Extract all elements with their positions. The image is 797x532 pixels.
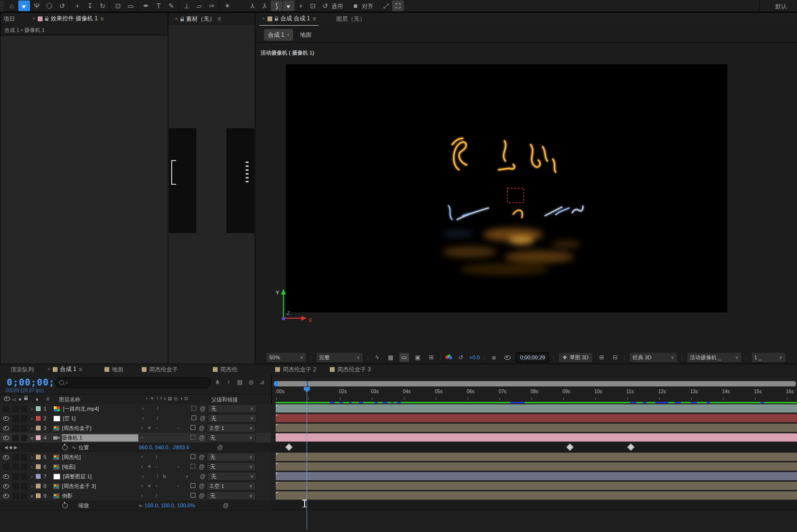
property-row-位置[interactable]: ◀◆▶∿位置960.0, 540.0, -2893.6@ xyxy=(0,443,271,453)
workspace-selector[interactable]: 默认 xyxy=(775,2,787,11)
renderer-select[interactable]: 经典 3D∨ xyxy=(629,352,678,363)
lasso-tool[interactable]: ⟆ xyxy=(271,0,282,11)
gizmo-scale[interactable]: ⤢ xyxy=(380,0,392,11)
eye-icon[interactable] xyxy=(3,474,9,479)
lock-icon[interactable] xyxy=(45,18,48,21)
track-row-8[interactable] xyxy=(271,481,797,491)
ground-plane-icon[interactable]: ⊞ xyxy=(597,353,606,362)
parent-select[interactable]: 2.空 1∨ xyxy=(207,424,256,432)
rect-tool[interactable]: ▭ xyxy=(125,0,136,11)
timeline-tab-周杰伦盒子[interactable]: 周杰伦盒子 xyxy=(138,364,182,375)
timeline-tab-合成 1[interactable]: ×合成 1≡ xyxy=(44,364,86,375)
layer-row-9[interactable]: ∨9倒影♀/@无∨ xyxy=(0,491,271,501)
panel-menu-icon[interactable]: ≡ xyxy=(100,15,103,22)
mask-visibility-icon[interactable]: ▣ xyxy=(413,353,423,362)
track-row-4[interactable] xyxy=(271,433,797,443)
pick-whip-icon[interactable]: @ xyxy=(200,405,206,412)
panel-menu-icon[interactable]: ≡ xyxy=(312,15,316,22)
roto-brush-tool[interactable]: ✑ xyxy=(206,0,218,11)
brush-tool[interactable]: ✎ xyxy=(165,0,177,11)
fast-preview-icon[interactable]: ϟ xyxy=(372,353,382,362)
panel-gripper-icon[interactable] xyxy=(246,161,249,182)
layer-name[interactable]: [周杰伦] xyxy=(62,454,138,461)
lock-icon[interactable] xyxy=(275,18,278,21)
pick-whip-icon[interactable]: @ xyxy=(217,444,223,451)
frame-blend-icon[interactable]: ▤ xyxy=(235,378,245,386)
parent-select[interactable]: 无∨ xyxy=(207,414,257,423)
layer-name[interactable]: [空 1] xyxy=(63,415,139,422)
preview-timecode[interactable]: 0;00;00;29 xyxy=(516,352,549,363)
breadcrumb-comp-button[interactable]: 合成 1 ‹ xyxy=(264,29,293,41)
expander-icon[interactable]: › xyxy=(28,426,36,431)
eye-icon[interactable] xyxy=(3,484,9,488)
layer-row-6[interactable]: ›6[地面]♀✳−−@无∨ xyxy=(0,462,271,472)
col-audio-icon[interactable]: ◅ xyxy=(12,396,15,402)
parent-select[interactable]: 无∨ xyxy=(207,453,256,461)
puppet-advanced-pin[interactable]: ⅄ xyxy=(247,0,258,11)
camera-wireframe-icon[interactable]: ⊞ xyxy=(427,353,436,362)
eye-icon[interactable] xyxy=(3,436,9,440)
keyframe-diamond[interactable] xyxy=(627,443,635,451)
label-chip[interactable] xyxy=(36,406,41,411)
keyframe-diamond[interactable] xyxy=(566,443,574,451)
layer-name[interactable]: [一路向北.mp4] xyxy=(63,405,139,413)
layer-name[interactable]: [调整图层 1] xyxy=(63,473,139,480)
col-label-icon[interactable]: ⬧ xyxy=(36,396,38,402)
snapshot-icon[interactable]: ⧇ xyxy=(489,353,499,362)
eye-icon[interactable] xyxy=(3,455,9,459)
stopwatch-icon[interactable] xyxy=(62,503,68,508)
expander-icon[interactable]: ∨ xyxy=(28,493,36,499)
timeline-tab-地面[interactable]: 地面 xyxy=(101,364,127,375)
layer-name[interactable]: [周杰伦盒子] xyxy=(62,425,138,432)
parent-select[interactable]: 2.空 1∨ xyxy=(207,482,256,490)
col-video-icon[interactable] xyxy=(4,397,10,401)
pick-whip-icon[interactable]: @ xyxy=(199,483,205,489)
eye-icon[interactable] xyxy=(3,494,9,498)
text-tool[interactable]: T xyxy=(153,0,164,11)
layer-name[interactable]: [周杰伦盒子 3] xyxy=(62,483,138,490)
col-index[interactable]: # xyxy=(46,396,49,402)
expander-icon[interactable]: › xyxy=(28,474,36,479)
puppet-pin-tool[interactable]: ✶ xyxy=(221,0,233,11)
timeline-tab-周杰伦盒子 2[interactable]: 周杰伦盒子 2 xyxy=(271,364,320,375)
close-icon[interactable]: × xyxy=(175,16,178,22)
pan-camera-tool[interactable]: + xyxy=(72,0,83,11)
label-chip[interactable] xyxy=(36,493,41,498)
label-chip[interactable] xyxy=(36,416,41,421)
panel-menu-icon[interactable]: ≡ xyxy=(79,366,82,373)
gizmo-position[interactable]: + xyxy=(295,0,307,11)
track-row-5[interactable] xyxy=(271,452,797,462)
pick-whip-icon[interactable]: @ xyxy=(223,502,229,509)
label-chip[interactable] xyxy=(36,464,41,469)
parent-select[interactable]: 无∨ xyxy=(207,404,257,413)
timeline-navigator[interactable] xyxy=(274,381,796,386)
property-name[interactable]: 缩放 xyxy=(78,502,139,509)
label-chip[interactable] xyxy=(36,426,41,430)
pick-whip-icon[interactable]: @ xyxy=(199,425,205,431)
col-layer-name[interactable]: 图层名称 xyxy=(59,396,80,403)
gizmo-anchor[interactable]: ⊡ xyxy=(307,0,319,11)
pick-whip-icon[interactable]: @ xyxy=(200,415,206,422)
channel-icon[interactable] xyxy=(445,355,452,360)
dolly-camera-tool[interactable]: ↧ xyxy=(84,0,96,11)
rotate-tool[interactable]: ↻ xyxy=(97,0,108,11)
close-icon[interactable]: × xyxy=(32,16,35,21)
panel-menu-icon[interactable]: ≡ xyxy=(218,15,221,22)
property-row-缩放[interactable]: 缩放∞100.0, 100.0, 100.0%@ xyxy=(0,501,271,511)
lock-icon[interactable] xyxy=(180,19,184,21)
track-row-1[interactable] xyxy=(271,404,797,414)
col-switches[interactable]: ♀✳∖fx▤◎◑⊡ xyxy=(145,396,190,401)
stopwatch-icon[interactable] xyxy=(62,445,68,450)
layer-row-4[interactable]: ∨4摄像机 1♀@无∨ xyxy=(0,433,271,443)
mini-flowchart-icon[interactable]: ⋔ xyxy=(213,378,222,386)
keyframe-diamond[interactable] xyxy=(285,443,293,451)
comp-canvas[interactable] xyxy=(286,64,727,312)
orbit-camera-tool[interactable]: ↺ xyxy=(56,0,68,11)
pick-whip-icon[interactable]: @ xyxy=(199,492,205,499)
layer-row-3[interactable]: ›3[周杰伦盒子]♀✳−−@2.空 1∨ xyxy=(0,423,271,433)
pick-whip-icon[interactable]: @ xyxy=(199,454,205,460)
tab-effect-controls[interactable]: × 效果控件 摄像机 1 ≡ xyxy=(30,13,106,26)
pen-tool[interactable]: ✒ xyxy=(140,0,152,11)
parent-select[interactable]: 无∨ xyxy=(207,472,257,481)
parent-select[interactable]: 无∨ xyxy=(207,491,256,500)
